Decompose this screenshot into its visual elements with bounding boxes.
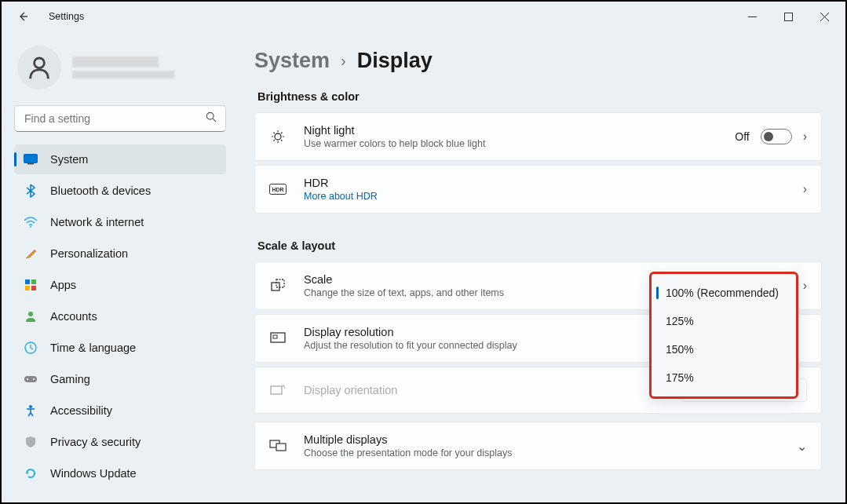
system-icon — [24, 152, 38, 166]
search-input[interactable] — [14, 105, 226, 132]
titlebar: Settings — [2, 2, 845, 31]
minimize-button[interactable] — [734, 4, 770, 29]
svg-rect-0 — [784, 13, 792, 20]
sidebar: System Bluetooth & devices Network & int… — [2, 31, 239, 502]
profile-name-redacted — [72, 57, 159, 68]
svg-point-2 — [206, 112, 214, 119]
svg-point-16 — [275, 133, 281, 140]
chevron-right-icon: › — [803, 182, 807, 196]
wifi-icon — [24, 215, 38, 229]
profile-text — [72, 57, 174, 79]
main-content: System › Display Brightness & color Nigh… — [239, 31, 845, 502]
sidebar-item-label: Windows Update — [50, 467, 137, 480]
svg-rect-20 — [276, 279, 284, 287]
card-multiple-displays[interactable]: Multiple displays Choose the presentatio… — [254, 422, 822, 470]
svg-rect-12 — [24, 376, 37, 382]
night-light-toggle[interactable] — [761, 129, 792, 144]
hdr-link[interactable]: More about HDR — [304, 191, 803, 202]
search-container — [14, 105, 226, 132]
sidebar-item-accessibility[interactable]: Accessibility — [14, 396, 226, 425]
sidebar-item-label: Apps — [50, 279, 76, 291]
svg-rect-4 — [27, 163, 34, 165]
update-icon — [24, 466, 38, 480]
profile[interactable] — [14, 38, 226, 104]
bluetooth-icon — [24, 184, 38, 198]
hdr-icon: HDR — [269, 181, 287, 198]
sidebar-item-label: System — [50, 153, 88, 166]
card-night-light[interactable]: Night light Use warmer colors to help bl… — [254, 112, 822, 161]
scale-option-175[interactable]: 175% — [655, 363, 793, 392]
card-title: Multiple displays — [304, 433, 797, 446]
card-hdr[interactable]: HDR HDR More about HDR › — [254, 165, 822, 214]
scale-option-100[interactable]: 100% (Recommended) — [655, 279, 793, 307]
avatar — [17, 46, 61, 89]
card-subtitle: Choose the presentation mode for your di… — [304, 447, 797, 458]
close-icon — [820, 13, 829, 21]
apps-icon — [24, 278, 38, 292]
card-title: HDR — [304, 177, 803, 189]
sidebar-item-gaming[interactable]: Gaming — [14, 364, 226, 394]
sidebar-item-label: Accounts — [50, 310, 97, 323]
scale-icon — [269, 277, 287, 294]
arrow-left-icon — [16, 10, 29, 23]
resolution-icon — [269, 330, 287, 347]
scale-option-150[interactable]: 150% — [655, 335, 793, 363]
scale-dropdown[interactable]: 100% (Recommended) 125% 150% 175% — [649, 272, 798, 399]
svg-point-10 — [28, 312, 33, 316]
orientation-icon — [269, 382, 287, 399]
person-icon — [26, 54, 53, 81]
svg-rect-3 — [24, 155, 38, 163]
sidebar-item-bluetooth[interactable]: Bluetooth & devices — [14, 176, 226, 206]
sidebar-item-time[interactable]: Time & language — [14, 333, 226, 363]
breadcrumb: System › Display — [254, 49, 822, 73]
clock-globe-icon — [24, 341, 38, 355]
section-scale-layout: Scale & layout — [257, 239, 822, 252]
sidebar-item-system[interactable]: System — [14, 144, 226, 174]
sidebar-item-accounts[interactable]: Accounts — [14, 301, 226, 331]
search-icon — [206, 111, 217, 126]
sidebar-item-privacy[interactable]: Privacy & security — [14, 427, 226, 457]
page-title: Display — [357, 49, 433, 73]
sidebar-item-label: Time & language — [50, 341, 136, 354]
chevron-right-icon: › — [341, 52, 346, 70]
scale-option-125[interactable]: 125% — [655, 307, 793, 335]
toggle-state-label: Off — [735, 130, 749, 143]
maximize-button[interactable] — [770, 4, 806, 29]
sidebar-item-label: Accessibility — [50, 404, 112, 417]
svg-rect-7 — [31, 279, 36, 284]
night-light-icon — [269, 128, 287, 145]
svg-rect-6 — [25, 279, 30, 284]
close-button[interactable] — [806, 4, 842, 29]
sidebar-item-label: Network & internet — [50, 216, 144, 228]
sidebar-item-network[interactable]: Network & internet — [14, 207, 226, 237]
back-button[interactable] — [11, 5, 35, 28]
svg-point-13 — [27, 378, 28, 380]
svg-point-15 — [29, 405, 32, 408]
card-subtitle: Use warmer colors to help block blue lig… — [304, 138, 735, 149]
svg-point-5 — [30, 226, 31, 228]
card-title: Night light — [304, 124, 735, 137]
sidebar-item-label: Personalization — [50, 247, 128, 260]
svg-rect-19 — [272, 283, 279, 290]
chevron-right-icon: › — [803, 130, 807, 144]
sidebar-item-label: Privacy & security — [50, 436, 141, 448]
sidebar-item-apps[interactable]: Apps — [14, 270, 226, 300]
window-controls — [734, 4, 842, 29]
accessibility-icon — [24, 404, 38, 418]
breadcrumb-parent[interactable]: System — [254, 49, 330, 73]
svg-rect-9 — [31, 286, 36, 290]
multiple-displays-icon — [269, 437, 287, 455]
svg-point-1 — [35, 58, 45, 68]
svg-text:HDR: HDR — [272, 187, 283, 192]
section-brightness-color: Brightness & color — [257, 90, 822, 103]
svg-rect-8 — [25, 286, 30, 290]
paintbrush-icon — [24, 247, 38, 261]
svg-rect-25 — [276, 444, 286, 451]
sidebar-item-update[interactable]: Windows Update — [14, 458, 226, 488]
sidebar-item-label: Bluetooth & devices — [50, 184, 151, 197]
profile-email-redacted — [72, 71, 174, 79]
chevron-right-icon: › — [803, 279, 807, 293]
maximize-icon — [784, 13, 793, 21]
sidebar-item-personalization[interactable]: Personalization — [14, 239, 226, 268]
accounts-icon — [24, 309, 38, 323]
